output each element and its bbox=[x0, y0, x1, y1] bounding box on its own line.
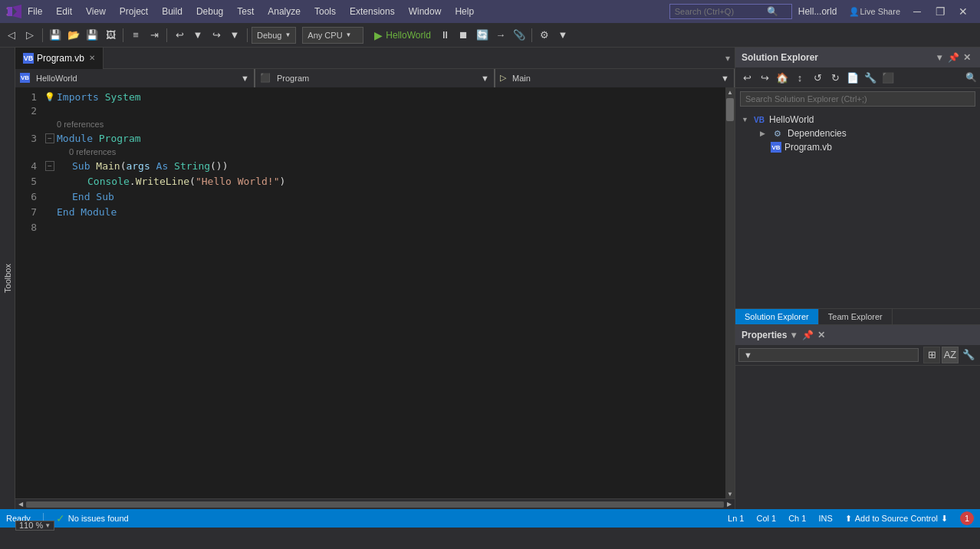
nav-project-dropdown[interactable]: VB HelloWorld ▼ bbox=[15, 69, 255, 87]
menu-build[interactable]: Build bbox=[156, 3, 189, 20]
se-tab-solution-explorer[interactable]: Solution Explorer bbox=[735, 309, 819, 324]
vscroll-up-button[interactable]: ▲ bbox=[725, 87, 735, 97]
tree-project-helloworld[interactable]: ▼ VB HelloWorld bbox=[738, 113, 977, 127]
tree-dep-arrow: ▶ bbox=[760, 130, 771, 137]
lightbulb-icon: 💡 bbox=[44, 92, 55, 102]
status-source-control[interactable]: ⬆ Add to Source Control ⬇ bbox=[845, 514, 948, 524]
extra2-button[interactable]: ▼ bbox=[554, 27, 571, 44]
pause-button[interactable]: ⏸ bbox=[437, 27, 454, 44]
se-filter-button[interactable]: ⬛ bbox=[880, 69, 896, 86]
code-editor[interactable]: 1 💡 Imports System 2 0 references bbox=[15, 87, 735, 498]
prop-wrench-button[interactable]: 🔧 bbox=[960, 347, 977, 363]
run-button[interactable]: ▶ HelloWorld bbox=[370, 28, 435, 43]
se-dropdown-button[interactable]: ▾ bbox=[932, 51, 946, 64]
menu-test[interactable]: Test bbox=[231, 3, 260, 20]
nav-class-icon: ⬛ bbox=[260, 73, 271, 83]
open-file-button[interactable]: 📂 bbox=[65, 27, 82, 44]
menu-help[interactable]: Help bbox=[449, 3, 480, 20]
prop-close-button[interactable]: ✕ bbox=[814, 328, 828, 342]
se-search-btn[interactable]: 🔍 bbox=[965, 72, 977, 83]
toolbox-label[interactable]: Toolbox bbox=[2, 258, 14, 299]
config-dropdown[interactable]: Debug ▼ bbox=[252, 27, 296, 44]
status-no-issues[interactable]: ✓ No issues found bbox=[56, 512, 129, 524]
prop-alpha-button[interactable]: AZ bbox=[942, 347, 959, 363]
se-close-button[interactable]: ✕ bbox=[960, 51, 974, 64]
nav-class-dropdown[interactable]: ⬛ Program ▼ bbox=[255, 69, 495, 87]
prop-dropdown-button[interactable]: ▾ bbox=[787, 328, 801, 342]
source-control-label: Add to Source Control bbox=[855, 514, 938, 523]
status-notification[interactable]: 1 bbox=[960, 511, 974, 525]
kw-sub: Sub bbox=[72, 160, 90, 172]
platform-dropdown[interactable]: Any CPU ▼ bbox=[302, 27, 363, 44]
undo-dropdown[interactable]: ▼ bbox=[189, 27, 206, 44]
redo-dropdown[interactable]: ▼ bbox=[226, 27, 243, 44]
hscroll-left-button[interactable]: ◀ bbox=[15, 500, 26, 509]
se-tab-team-explorer[interactable]: Team Explorer bbox=[819, 309, 893, 324]
lightbulb-1[interactable]: 💡 bbox=[43, 92, 57, 102]
menu-window[interactable]: Window bbox=[403, 3, 448, 20]
stop-button[interactable]: ⏹ bbox=[455, 27, 472, 44]
hscroll-right-button[interactable]: ▶ bbox=[724, 500, 735, 509]
minimize-button[interactable]: ─ bbox=[906, 4, 928, 19]
prop-object-dropdown[interactable]: ▼ bbox=[738, 348, 919, 362]
zoom-dropdown[interactable]: 110 % ▼ bbox=[15, 521, 54, 531]
step-button[interactable]: → bbox=[492, 27, 509, 44]
tree-program-vb[interactable]: ▶ VB Program.vb bbox=[738, 140, 977, 154]
menu-analyze[interactable]: Analyze bbox=[261, 3, 307, 20]
checkmark-icon: ✓ bbox=[56, 512, 65, 524]
collapse-icon-4: − bbox=[45, 161, 54, 171]
se-preview-button[interactable]: 📄 bbox=[844, 69, 861, 86]
down-arrow-icon: ⬇ bbox=[941, 514, 948, 524]
se-sync-button[interactable]: ↕ bbox=[791, 69, 808, 86]
code-body-7: End Module bbox=[57, 206, 117, 218]
live-share-button[interactable]: 👤 Live Share bbox=[843, 7, 906, 17]
se-forward-button[interactable]: ↪ bbox=[756, 69, 773, 86]
hscroll-track[interactable] bbox=[26, 501, 724, 508]
notification-count: 1 bbox=[965, 514, 969, 523]
extra1-button[interactable]: ⚙ bbox=[536, 27, 553, 44]
tab-program-vb[interactable]: VB Program.vb ✕ bbox=[15, 48, 104, 69]
menu-tools[interactable]: Tools bbox=[308, 3, 342, 20]
back-button[interactable]: ◁ bbox=[3, 27, 20, 44]
se-refresh-button[interactable]: ↺ bbox=[809, 69, 826, 86]
menu-project[interactable]: Project bbox=[113, 3, 154, 20]
se-back-button[interactable]: ↩ bbox=[738, 69, 755, 86]
redo-button[interactable]: ↪ bbox=[208, 27, 225, 44]
prop-grid-button[interactable]: ⊞ bbox=[923, 347, 940, 363]
restart-button[interactable]: 🔄 bbox=[474, 27, 491, 44]
tree-dependencies[interactable]: ▶ ⚙ Dependencies bbox=[738, 127, 977, 140]
save-all-button[interactable]: 💾 bbox=[47, 27, 64, 44]
run-label: HelloWorld bbox=[386, 30, 430, 41]
nav-method-dropdown[interactable]: ▷ Main ▼ bbox=[495, 69, 735, 87]
close-button[interactable]: ✕ bbox=[952, 4, 974, 19]
code-line-5: 5 Console.WriteLine("Hello World!") bbox=[15, 173, 725, 189]
se-settings-button[interactable]: 🔧 bbox=[862, 69, 879, 86]
se-search-input[interactable] bbox=[740, 91, 975, 107]
se-pin-button[interactable]: 📌 bbox=[946, 51, 960, 64]
title-search[interactable]: 🔍 bbox=[669, 4, 792, 19]
menu-file[interactable]: File bbox=[21, 3, 48, 20]
format-button[interactable]: ≡ bbox=[127, 27, 144, 44]
tab-close-button[interactable]: ✕ bbox=[89, 54, 95, 62]
prop-pin-button[interactable]: 📌 bbox=[801, 328, 814, 342]
collapse-4[interactable]: − bbox=[43, 161, 57, 171]
restore-button[interactable]: ❐ bbox=[929, 4, 951, 19]
menu-edit[interactable]: Edit bbox=[50, 3, 78, 20]
se-home-button[interactable]: 🏠 bbox=[774, 69, 791, 86]
forward-button[interactable]: ▷ bbox=[21, 27, 38, 44]
save-button[interactable]: 💾 bbox=[84, 27, 100, 44]
menu-debug[interactable]: Debug bbox=[190, 3, 229, 20]
attach-button[interactable]: 📎 bbox=[511, 27, 528, 44]
se-rerun-button[interactable]: ↻ bbox=[827, 69, 844, 86]
menu-view[interactable]: View bbox=[80, 3, 112, 20]
collapse-3[interactable]: − bbox=[43, 133, 57, 143]
menu-extensions[interactable]: Extensions bbox=[344, 3, 401, 20]
undo-button[interactable]: ↩ bbox=[171, 27, 188, 44]
vscroll-down-button[interactable]: ▼ bbox=[725, 489, 735, 498]
save2-button[interactable]: 🖼 bbox=[102, 27, 119, 44]
indent-button[interactable]: ⇥ bbox=[146, 27, 163, 44]
toolbox-panel[interactable]: Toolbox bbox=[0, 48, 15, 509]
vscroll-track[interactable] bbox=[725, 97, 735, 489]
tab-overflow-button[interactable]: ▾ bbox=[721, 53, 735, 64]
title-search-input[interactable] bbox=[675, 7, 767, 16]
